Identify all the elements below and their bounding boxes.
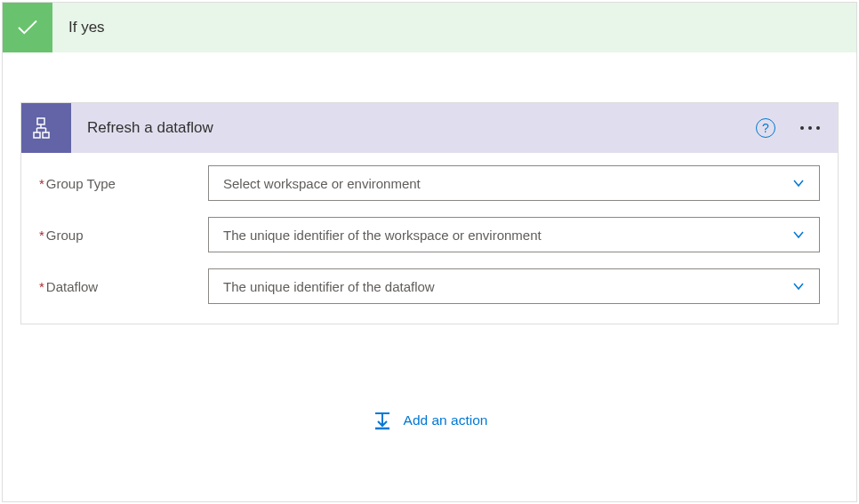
action-header[interactable]: Refresh a dataflow ?: [21, 103, 838, 153]
checkmark-icon: [3, 3, 52, 52]
action-title: Refresh a dataflow: [87, 119, 756, 137]
field-group: * Group The unique identifier of the wor…: [39, 217, 820, 252]
action-form: * Group Type Select workspace or environ…: [21, 153, 838, 324]
dataflow-icon: [21, 103, 71, 153]
add-action-button[interactable]: Add an action: [3, 410, 856, 431]
field-label: * Group Type: [39, 176, 208, 191]
help-icon[interactable]: ?: [756, 118, 775, 138]
select-placeholder: Select workspace or environment: [223, 176, 421, 191]
field-label: * Dataflow: [39, 279, 208, 294]
dataflow-select[interactable]: The unique identifier of the dataflow: [208, 268, 820, 304]
select-placeholder: The unique identifier of the workspace o…: [223, 228, 542, 243]
condition-header[interactable]: If yes: [3, 3, 856, 52]
field-group-type: * Group Type Select workspace or environ…: [39, 165, 820, 201]
condition-title: If yes: [68, 19, 105, 36]
field-label: * Group: [39, 228, 208, 243]
group-type-select[interactable]: Select workspace or environment: [208, 165, 820, 201]
required-indicator: *: [39, 279, 44, 294]
chevron-down-icon: [792, 228, 805, 241]
svg-rect-0: [37, 118, 44, 124]
more-options-icon[interactable]: [797, 119, 823, 137]
svg-rect-1: [34, 132, 40, 138]
group-select[interactable]: The unique identifier of the workspace o…: [208, 217, 820, 252]
action-card: Refresh a dataflow ? * Group Type Select…: [20, 102, 839, 324]
chevron-down-icon: [792, 177, 805, 189]
chevron-down-icon: [792, 280, 805, 292]
if-yes-container: If yes Refresh a dataflow ?: [2, 2, 857, 502]
field-dataflow: * Dataflow The unique identifier of the …: [39, 268, 820, 304]
select-placeholder: The unique identifier of the dataflow: [223, 279, 435, 294]
add-action-icon: [372, 410, 393, 431]
required-indicator: *: [39, 176, 44, 191]
required-indicator: *: [39, 228, 44, 243]
svg-rect-2: [43, 132, 49, 138]
add-action-label: Add an action: [404, 412, 488, 428]
